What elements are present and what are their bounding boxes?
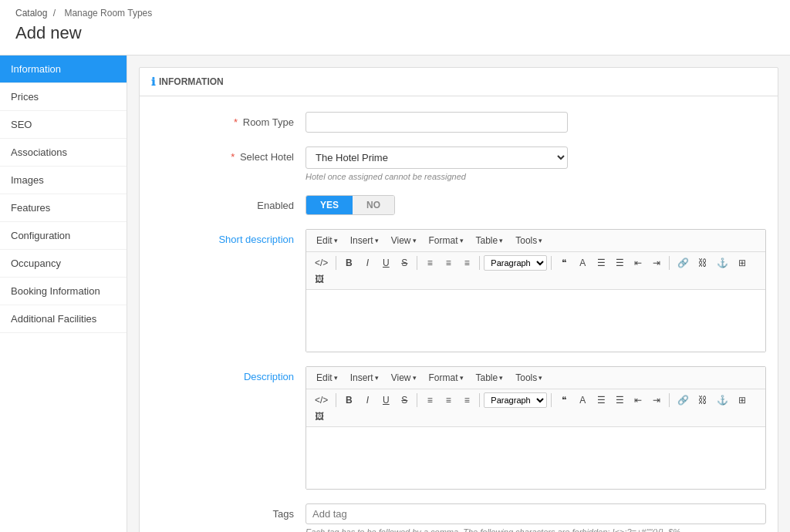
breadcrumb: Catalog / Manage Room Types [15,8,775,19]
short-description-row: Short description Edit ▾ Insert ▾ View ▾… [151,229,766,352]
desc-link-btn[interactable]: 🔗 [674,393,693,407]
info-icon: ℹ [151,76,155,88]
short-desc-unordered-btn[interactable]: ☰ [592,256,609,270]
desc-format-menu[interactable]: Format ▾ [424,370,469,386]
short-desc-anchor-btn[interactable]: ⚓ [713,256,732,270]
desc-image-btn[interactable]: 🖼 [311,409,328,423]
desc-align-left-btn[interactable]: ≡ [421,393,438,407]
short-desc-align-right-btn[interactable]: ≡ [458,256,475,270]
short-desc-bold-btn[interactable]: B [340,256,357,270]
enabled-row: Enabled YES NO [151,195,766,215]
short-desc-sep5 [669,256,670,270]
hotel-hint-text: Hotel once assigned cannot be reassigned [306,172,766,181]
breadcrumb-separator: / [53,8,56,19]
desc-unlink-btn[interactable]: ⛓ [694,393,711,407]
page-title: Add new [15,23,775,43]
short-desc-edit-menu[interactable]: Edit ▾ [311,233,343,248]
description-editor: Edit ▾ Insert ▾ View ▾ Format ▾ Table ▾ … [306,366,766,490]
select-hotel-label: * Select Hotel [151,146,306,163]
tags-input[interactable] [306,503,766,524]
description-menubar: Edit ▾ Insert ▾ View ▾ Format ▾ Table ▾ … [306,367,765,389]
tags-control: Each tag has to be followed by a comma. … [306,503,766,532]
description-toolbar: </> B I U S ≡ ≡ ≡ [306,389,765,427]
desc-strike-btn[interactable]: S [396,393,413,407]
sidebar-item-features[interactable]: Features [0,194,127,222]
short-desc-table-btn[interactable]: ⊞ [734,256,751,270]
description-control: Edit ▾ Insert ▾ View ▾ Format ▾ Table ▾ … [306,366,766,490]
select-hotel-control: The Hotel Prime Hotel once assigned cann… [306,146,766,181]
sidebar-item-additional-facilities[interactable]: Additional Facilities [0,305,127,333]
short-desc-sep2 [417,256,417,270]
desc-tools-menu[interactable]: Tools ▾ [510,370,548,386]
desc-font-btn[interactable]: A [574,393,591,407]
short-desc-format-select[interactable]: Paragraph [484,255,547,271]
desc-table-btn[interactable]: ⊞ [734,393,751,407]
select-hotel-dropdown[interactable]: The Hotel Prime [306,146,568,169]
enabled-toggle-group: YES NO [306,195,395,215]
enabled-no-button[interactable]: NO [353,196,394,214]
desc-table-menu[interactable]: Table ▾ [471,370,509,386]
short-desc-code-btn[interactable]: </> [311,256,332,270]
short-description-body[interactable] [306,290,765,352]
breadcrumb-catalog[interactable]: Catalog [15,8,47,19]
desc-insert-menu[interactable]: Insert ▾ [345,370,384,386]
desc-view-menu[interactable]: View ▾ [386,370,422,386]
sidebar-item-seo[interactable]: SEO [0,111,127,139]
short-description-menubar: Edit ▾ Insert ▾ View ▾ Format ▾ Table ▾ … [306,230,765,252]
short-desc-ordered-btn[interactable]: ☰ [611,256,628,270]
desc-indent-btn[interactable]: ⇥ [648,393,665,407]
sidebar-item-images[interactable]: Images [0,167,127,194]
short-desc-link-btn[interactable]: 🔗 [674,256,693,270]
desc-outdent-btn[interactable]: ⇤ [630,393,647,407]
panel-body: * Room Type * Select Hotel The [140,96,778,532]
sidebar-item-occupancy[interactable]: Occupancy [0,250,127,278]
short-description-editor: Edit ▾ Insert ▾ View ▾ Format ▾ Table ▾ … [306,229,766,352]
sidebar-item-information[interactable]: Information [0,56,127,83]
desc-align-center-btn[interactable]: ≡ [440,393,457,407]
desc-blockquote-btn[interactable]: ❝ [555,393,572,407]
desc-ordered-btn[interactable]: ☰ [611,393,628,407]
short-desc-format-menu[interactable]: Format ▾ [424,233,469,248]
desc-anchor-btn[interactable]: ⚓ [713,393,732,407]
enabled-control: YES NO [306,195,766,215]
select-hotel-row: * Select Hotel The Hotel Prime Hotel onc… [151,146,766,181]
short-desc-strike-btn[interactable]: S [396,256,413,270]
room-type-row: * Room Type [151,112,766,133]
short-desc-table-menu[interactable]: Table ▾ [471,233,509,248]
desc-unordered-btn[interactable]: ☰ [592,393,609,407]
short-desc-blockquote-btn[interactable]: ❝ [555,256,572,270]
desc-underline-btn[interactable]: U [377,393,394,407]
short-description-toolbar: </> B I U S ≡ ≡ ≡ [306,252,765,290]
sidebar-item-prices[interactable]: Prices [0,83,127,111]
short-desc-italic-btn[interactable]: I [359,256,376,270]
short-desc-underline-btn[interactable]: U [377,256,394,270]
desc-edit-menu[interactable]: Edit ▾ [311,370,343,386]
sidebar-item-booking-information[interactable]: Booking Information [0,278,127,305]
short-desc-tools-menu[interactable]: Tools ▾ [510,233,548,248]
panel-header-label: INFORMATION [159,76,224,87]
desc-sep1 [336,393,336,407]
short-desc-font-btn[interactable]: A [574,256,591,270]
short-desc-align-center-btn[interactable]: ≡ [440,256,457,270]
sidebar-item-associations[interactable]: Associations [0,139,127,167]
short-desc-insert-menu[interactable]: Insert ▾ [345,233,384,248]
short-desc-sep4 [551,256,552,270]
enabled-yes-button[interactable]: YES [306,196,353,214]
short-desc-outdent-btn[interactable]: ⇤ [630,256,647,270]
short-desc-image-btn[interactable]: 🖼 [311,272,328,286]
short-desc-indent-btn[interactable]: ⇥ [648,256,665,270]
desc-format-select[interactable]: Paragraph [484,392,547,408]
main-layout: Information Prices SEO Associations Imag… [0,56,790,532]
panel-header: ℹ INFORMATION [140,68,778,96]
desc-bold-btn[interactable]: B [340,393,357,407]
short-desc-align-left-btn[interactable]: ≡ [421,256,438,270]
desc-align-right-btn[interactable]: ≡ [458,393,475,407]
room-type-input[interactable] [306,112,568,133]
desc-italic-btn[interactable]: I [359,393,376,407]
sidebar-item-configuration[interactable]: Configuration [0,222,127,250]
desc-code-btn[interactable]: </> [311,393,332,407]
short-desc-view-menu[interactable]: View ▾ [386,233,422,248]
description-body[interactable] [306,427,765,489]
short-description-label: Short description [151,229,306,245]
short-desc-unlink-btn[interactable]: ⛓ [694,256,711,270]
